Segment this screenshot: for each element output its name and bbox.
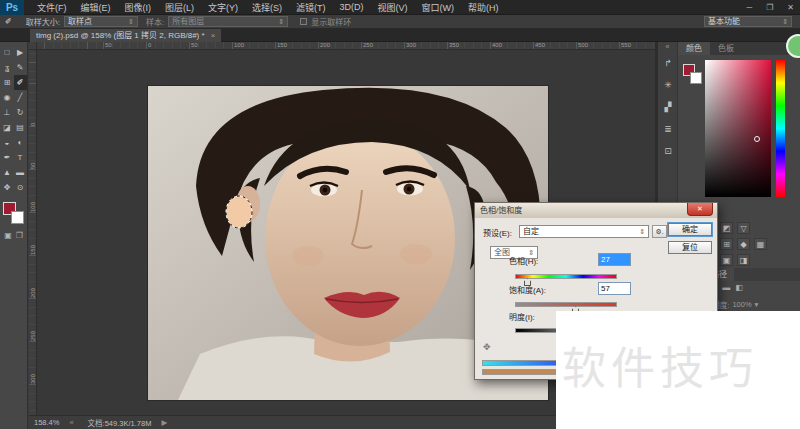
adjustment-icon[interactable]: ◆: [737, 238, 750, 250]
crop-tool[interactable]: ⊞: [1, 75, 14, 90]
minimize-icon[interactable]: ─: [746, 0, 752, 15]
tool-icon: ⊞: [4, 78, 11, 87]
move-tool[interactable]: ▶: [14, 45, 27, 60]
dock-icon-glyph: ✳: [664, 80, 672, 90]
preset-dropdown[interactable]: 自定 ⇕: [519, 225, 649, 238]
hand-tool[interactable]: ✥: [1, 180, 14, 195]
vertical-ruler: 050100150200250300350: [29, 50, 37, 415]
quick-mask-button[interactable]: ▣: [4, 231, 12, 240]
dock-icon-glyph: ≣: [664, 124, 672, 134]
history-brush-tool[interactable]: ↻: [14, 105, 27, 120]
show-ring-checkbox[interactable]: [300, 18, 307, 25]
eyedropper-preset-icon[interactable]: ✐: [5, 17, 12, 26]
status-menu-arrow-icon[interactable]: ▶: [161, 418, 167, 427]
ruler-number: 100: [29, 169, 37, 212]
type-tool[interactable]: T: [14, 150, 27, 165]
opacity-value[interactable]: 100%: [732, 300, 751, 309]
dialog-title[interactable]: 色相/饱和度: [475, 203, 717, 218]
photoshop-logo: Ps: [0, 0, 24, 15]
menu-item[interactable]: 窗口(W): [415, 1, 462, 14]
ruler-number: 0: [29, 83, 37, 126]
sample-dropdown[interactable]: 所有图层 ⇕: [168, 16, 288, 27]
properties-panel-icon[interactable]: ⊡: [658, 140, 678, 162]
spot-healing-brush-tool[interactable]: ◉: [1, 90, 14, 105]
ruler-number: 150: [29, 212, 37, 255]
ok-button[interactable]: 确定: [668, 223, 712, 236]
brush-tool[interactable]: ╱: [14, 90, 27, 105]
ruler-number: 100: [232, 42, 275, 49]
expand-panels-icon[interactable]: «: [658, 42, 677, 52]
lasso-tool[interactable]: ʓ: [1, 60, 14, 75]
adjustment-icon[interactable]: ▦: [754, 238, 767, 250]
tool-icon: ◪: [3, 123, 11, 132]
filter-smart-objects-icon[interactable]: ◧: [735, 283, 743, 292]
spin-arrows-icon: ⇕: [278, 17, 284, 26]
document-tab[interactable]: timg (2).psd @ 158% (图层 1 拷贝 2, RGB/8#) …: [30, 29, 221, 42]
dialog-close-icon[interactable]: ✕: [687, 203, 713, 216]
adjustment-icon[interactable]: ◨: [737, 254, 750, 266]
hue-strip[interactable]: [776, 60, 785, 197]
menu-item[interactable]: 文件(F): [30, 1, 74, 14]
tab-color[interactable]: 颜色: [678, 42, 710, 55]
adjustment-icon[interactable]: ▽: [737, 222, 750, 234]
dock-icon-glyph: ↱: [664, 58, 672, 68]
hue-input[interactable]: 27: [598, 253, 631, 266]
zoom-level-field[interactable]: 158.4%: [34, 418, 59, 427]
info-panel-icon[interactable]: ≣: [658, 118, 678, 140]
tool-icon: ◐: [18, 138, 23, 147]
eyedropper-tool[interactable]: ✐: [14, 75, 27, 90]
background-color-swatch[interactable]: [11, 211, 24, 224]
menu-item[interactable]: 图层(L): [158, 1, 201, 14]
adjustment-icon[interactable]: ◩: [720, 222, 733, 234]
zoom-tool[interactable]: ⊙: [14, 180, 27, 195]
clone-stamp-tool[interactable]: ⊥: [1, 105, 14, 120]
dock-icon-glyph: ⊡: [664, 146, 672, 156]
histogram-panel-icon[interactable]: ▞: [658, 96, 678, 118]
menu-item[interactable]: 3D(D): [333, 2, 371, 12]
menu-item[interactable]: 图像(I): [118, 1, 159, 14]
menu-item[interactable]: 选择(S): [245, 1, 289, 14]
screen-mode-button[interactable]: ❐: [16, 231, 23, 240]
close-icon[interactable]: ✕: [787, 0, 794, 15]
adjustments-panel-icon[interactable]: ↱: [658, 52, 678, 74]
targeted-adjustment-icon[interactable]: ✥: [483, 342, 491, 352]
saturation-input[interactable]: 57: [598, 282, 631, 295]
preset-label: 预设(E):: [483, 227, 512, 238]
quick-selection-tool[interactable]: ✎: [14, 60, 27, 75]
menu-item[interactable]: 编辑(E): [74, 1, 118, 14]
path-selection-tool[interactable]: ▲: [1, 165, 14, 180]
pen-tool[interactable]: ✒: [1, 150, 14, 165]
menu-item[interactable]: 滤镜(T): [289, 1, 333, 14]
shape-tool[interactable]: ▬: [14, 165, 27, 180]
ruler-number: 200: [318, 42, 361, 49]
menu-item[interactable]: 文字(Y): [201, 1, 245, 14]
rectangular-marquee-tool[interactable]: □: [1, 45, 14, 60]
tool-icon: ▲: [3, 168, 11, 177]
preset-options-gear-icon[interactable]: ⚙.: [652, 225, 667, 238]
saturation-label: 饱和度(A):: [509, 284, 546, 295]
adjustment-icon[interactable]: ⊞: [720, 238, 733, 250]
restore-icon[interactable]: ❐: [766, 0, 773, 15]
tab-close-icon[interactable]: ×: [211, 29, 216, 42]
menu-item[interactable]: 帮助(H): [461, 1, 506, 14]
dropdown-arrow-icon[interactable]: ▾: [755, 300, 759, 309]
blur-tool[interactable]: ◒: [1, 135, 14, 150]
workspace-dropdown[interactable]: 基本功能 ⇕: [704, 16, 792, 27]
tool-icon: ✐: [17, 78, 24, 87]
filter-shape-layers-icon[interactable]: ▬: [722, 283, 730, 292]
menu-item[interactable]: 视图(V): [371, 1, 415, 14]
gradient-tool[interactable]: ▤: [14, 120, 27, 135]
ruler-number: 200: [29, 255, 37, 298]
eraser-tool[interactable]: ◪: [1, 120, 14, 135]
reset-button[interactable]: 复位: [668, 241, 712, 254]
saturation-brightness-square[interactable]: [705, 60, 771, 197]
panel-background-swatch[interactable]: [690, 72, 702, 84]
hue-slider[interactable]: [515, 274, 617, 279]
dodge-tool[interactable]: ◐: [14, 135, 27, 150]
document-size-info: 文档:549.3K/1.78M: [88, 417, 152, 428]
adjustment-icon[interactable]: ▣: [720, 254, 733, 266]
styles-panel-icon[interactable]: ✳: [658, 74, 678, 96]
tab-swatches[interactable]: 色板: [710, 42, 742, 55]
sample-size-dropdown[interactable]: 取样点 ⇕: [64, 16, 138, 27]
saturation-slider[interactable]: [515, 302, 617, 307]
